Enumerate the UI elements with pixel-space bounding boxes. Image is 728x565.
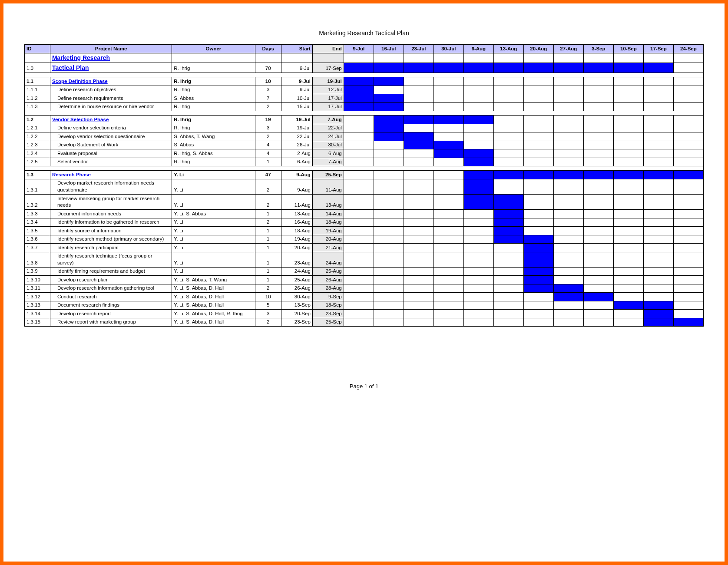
gantt-cell bbox=[463, 94, 493, 103]
gantt-cell bbox=[583, 132, 613, 141]
gantt-cell bbox=[433, 284, 463, 293]
gantt-cell bbox=[404, 158, 433, 166]
gantt-cell bbox=[374, 218, 404, 227]
gantt-cell bbox=[643, 77, 673, 86]
gantt-cell bbox=[374, 116, 404, 124]
cell-start: 19-Jul bbox=[281, 124, 312, 132]
cell-owner: Y. Li bbox=[172, 195, 255, 210]
cell-end: 12-Jul bbox=[312, 86, 344, 94]
cell-owner: R. Ihrig bbox=[172, 116, 255, 124]
gantt-cell bbox=[613, 132, 643, 141]
gantt-cell bbox=[433, 218, 463, 227]
cell-id: 1.3.7 bbox=[25, 244, 50, 252]
cell-id bbox=[25, 53, 50, 63]
cell-end: 28-Aug bbox=[312, 284, 344, 293]
cell-owner: R. Ihrig bbox=[172, 63, 255, 73]
table-row: 1.3.7Identify research participantY. Li1… bbox=[25, 244, 704, 252]
cell-name: Develop research information gathering t… bbox=[50, 284, 172, 293]
gantt-cell bbox=[643, 244, 673, 252]
gantt-cell bbox=[673, 318, 703, 327]
gantt-cell bbox=[523, 179, 553, 194]
gantt-cell bbox=[433, 116, 463, 124]
cell-owner: R. Ihrig bbox=[172, 77, 255, 86]
gantt-cell bbox=[433, 252, 463, 267]
gantt-cell bbox=[374, 149, 404, 158]
gantt-cell bbox=[583, 77, 613, 86]
cell-id: 1.2.4 bbox=[25, 149, 50, 158]
gantt-cell bbox=[553, 318, 583, 327]
cell-start: 23-Aug bbox=[281, 252, 312, 267]
table-row: 1.3.9Identify timing requirements and bu… bbox=[25, 267, 704, 276]
gantt-cell bbox=[404, 310, 433, 318]
cell-id: 1.1.3 bbox=[25, 102, 50, 111]
gantt-cell bbox=[613, 102, 643, 111]
gantt-cell bbox=[404, 86, 433, 94]
cell-end: 17-Jul bbox=[312, 102, 344, 111]
gantt-cell bbox=[613, 210, 643, 218]
gantt-cell bbox=[583, 124, 613, 132]
gantt-cell bbox=[583, 158, 613, 166]
gantt-cell bbox=[523, 227, 553, 235]
gantt-cell bbox=[613, 158, 643, 166]
cell-id: 1.1.2 bbox=[25, 94, 50, 103]
table-row: 1.3.14Develop research reportY. Li, S. A… bbox=[25, 310, 704, 318]
cell-owner: Y. Li bbox=[172, 171, 255, 179]
cell-end: 11-Aug bbox=[312, 179, 344, 194]
document-title: Marketing Research Tactical Plan bbox=[24, 30, 704, 36]
gantt-cell bbox=[463, 210, 493, 218]
gantt-cell bbox=[523, 94, 553, 103]
gantt-cell bbox=[404, 149, 433, 158]
header-row: ID Project Name Owner Days Start End 9-J… bbox=[25, 45, 704, 53]
cell-name: Review report with marketing group bbox=[50, 318, 172, 327]
cell-start: 13-Aug bbox=[281, 210, 312, 218]
gantt-cell bbox=[643, 179, 673, 194]
cell-owner: Y. Li bbox=[172, 227, 255, 235]
gantt-cell bbox=[553, 94, 583, 103]
gantt-cell bbox=[583, 63, 613, 73]
gantt-cell bbox=[404, 284, 433, 293]
gantt-cell bbox=[404, 210, 433, 218]
gantt-cell bbox=[673, 310, 703, 318]
gantt-cell bbox=[673, 132, 703, 141]
gantt-cell bbox=[523, 310, 553, 318]
cell-days: 2 bbox=[255, 318, 281, 327]
gantt-cell bbox=[673, 210, 703, 218]
cell-id: 1.3.9 bbox=[25, 267, 50, 276]
table-row: 1.2.5Select vendorR. Ihrig16-Aug7-Aug bbox=[25, 158, 704, 166]
cell-start: 11-Aug bbox=[281, 195, 312, 210]
cell-days: 4 bbox=[255, 149, 281, 158]
cell-start: 18-Aug bbox=[281, 227, 312, 235]
gantt-cell bbox=[374, 301, 404, 310]
gantt-cell bbox=[523, 301, 553, 310]
gantt-cell bbox=[463, 141, 493, 149]
gantt-cell bbox=[344, 195, 374, 210]
gantt-cell bbox=[493, 158, 523, 166]
gantt-cell bbox=[344, 94, 374, 103]
gantt-cell bbox=[553, 227, 583, 235]
gantt-cell bbox=[613, 301, 643, 310]
gantt-cell bbox=[523, 149, 553, 158]
gantt-cell bbox=[613, 53, 643, 63]
gantt-cell bbox=[523, 267, 553, 276]
gantt-cell bbox=[463, 86, 493, 94]
gantt-cell bbox=[463, 244, 493, 252]
gantt-cell bbox=[553, 210, 583, 218]
gantt-cell bbox=[583, 227, 613, 235]
gantt-cell bbox=[613, 124, 643, 132]
gantt-cell bbox=[433, 318, 463, 327]
cell-days: 3 bbox=[255, 124, 281, 132]
cell-name: Document information needs bbox=[50, 210, 172, 218]
cell-id: 1.3.11 bbox=[25, 284, 50, 293]
gantt-cell bbox=[463, 124, 493, 132]
gantt-cell bbox=[404, 195, 433, 210]
table-row: 1.1.2Define research requirementsS. Abba… bbox=[25, 94, 704, 103]
cell-days: 10 bbox=[255, 77, 281, 86]
header-name: Project Name bbox=[50, 45, 172, 53]
gantt-cell bbox=[673, 158, 703, 166]
cell-owner: Y. Li, S. Abbas, D. Hall bbox=[172, 301, 255, 310]
gantt-cell bbox=[583, 293, 613, 301]
gantt-cell bbox=[583, 235, 613, 244]
cell-id: 1.1 bbox=[25, 77, 50, 86]
gantt-cell bbox=[344, 132, 374, 141]
cell-owner: Y. Li, S. Abbas, D. Hall, R. Ihrig bbox=[172, 310, 255, 318]
